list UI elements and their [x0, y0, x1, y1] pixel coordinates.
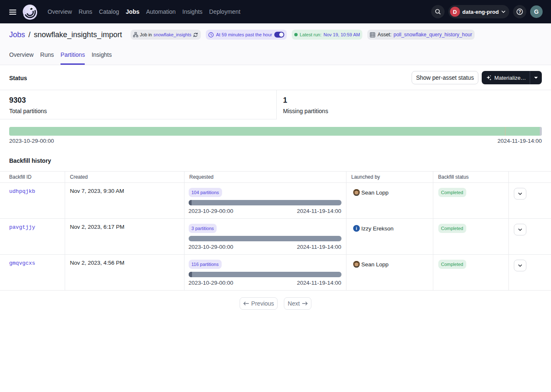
- svg-text:i: i: [356, 226, 357, 231]
- svg-text:?: ?: [518, 9, 521, 14]
